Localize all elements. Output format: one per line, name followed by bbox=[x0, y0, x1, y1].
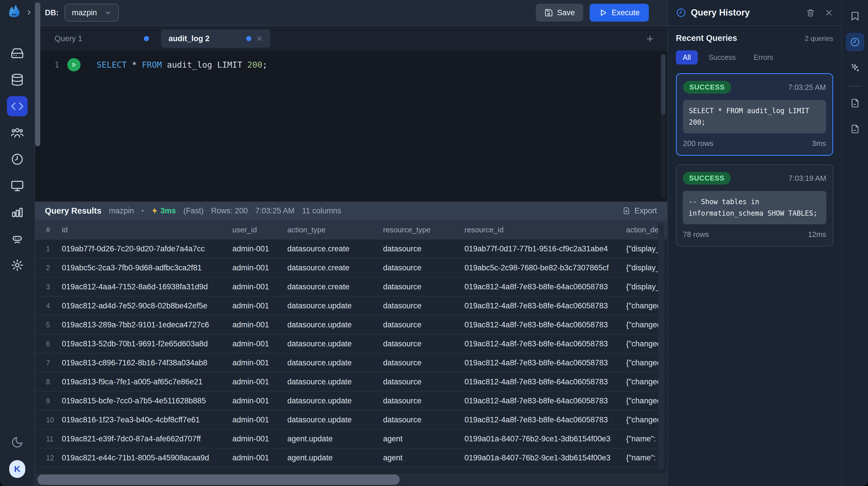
cell-id: 019ac813-c896-7162-8b16-74f38a034ab8 bbox=[62, 359, 232, 367]
rail-item-bookmark[interactable] bbox=[846, 7, 864, 25]
bot-icon bbox=[11, 232, 24, 245]
table-row[interactable]: 1019ab77f-0d26-7c20-9d20-7afde7a4a7ccadm… bbox=[34, 239, 667, 259]
column-header[interactable]: id bbox=[62, 225, 232, 234]
query-history-panel: Query History Recent Queries 2 queries A… bbox=[667, 0, 841, 486]
sidebar-item-clock[interactable] bbox=[7, 149, 28, 169]
sidebar-item-database[interactable] bbox=[7, 70, 28, 90]
table-row[interactable]: 2019abc5c-2ca3-7fb0-9d68-adfbc3ca2f81adm… bbox=[34, 259, 667, 278]
sql-token-identifier: audit_log bbox=[167, 60, 217, 70]
sql-token-plain: ; bbox=[262, 60, 267, 70]
table-row[interactable]: 12019ac821-e44c-71b1-8005-a45908acaa9dad… bbox=[34, 449, 667, 467]
avatar[interactable]: K bbox=[9, 460, 25, 478]
run-line-button[interactable] bbox=[67, 58, 81, 72]
history-card[interactable]: SUCCESS7:03:19 AM-- Show tables in infor… bbox=[676, 164, 833, 247]
sidebar-expand-icon[interactable] bbox=[25, 9, 33, 16]
column-header[interactable]: # bbox=[46, 225, 62, 234]
history-cards: SUCCESS7:03:25 AMSELECT * FROM audit_log… bbox=[676, 73, 833, 247]
filter-success[interactable]: Success bbox=[702, 50, 743, 64]
query-time: 7:03:19 AM bbox=[788, 174, 826, 183]
table-row[interactable]: 5019ac813-289a-7bb2-9101-1edeca4727c6adm… bbox=[34, 316, 667, 335]
cell-resource-id: 019ac812-4a8f-7e83-b8fe-64ac06058783 bbox=[464, 416, 626, 424]
sidebar-item-settings[interactable] bbox=[7, 255, 28, 275]
cell-resource-id: 019ac812-4a8f-7e83-b8fe-64ac06058783 bbox=[464, 339, 626, 348]
lightning-icon bbox=[151, 207, 158, 215]
scrollbar-thumb[interactable] bbox=[37, 475, 400, 485]
column-header[interactable]: resource_id bbox=[464, 225, 626, 234]
editor-scrollbar[interactable] bbox=[661, 54, 665, 198]
execute-button[interactable]: Execute bbox=[590, 4, 649, 22]
cell-user-id: admin-001 bbox=[232, 416, 287, 424]
history-card[interactable]: SUCCESS7:03:25 AMSELECT * FROM audit_log… bbox=[676, 73, 833, 156]
filter-all[interactable]: All bbox=[676, 50, 698, 64]
sql-editor[interactable]: 1 SELECT * FROM audit_log LIMIT 200; bbox=[34, 52, 667, 202]
column-header[interactable]: action_type bbox=[287, 225, 383, 234]
sidebar-item-hard-drive[interactable] bbox=[7, 43, 28, 63]
tab-audit-log-2[interactable]: audit_log 2 bbox=[161, 29, 270, 48]
table-row[interactable]: 13019ac821-e4b7-7041-bc05-926d2b0b3815ad… bbox=[34, 467, 667, 473]
history-filters: AllSuccessErrors bbox=[676, 50, 833, 64]
cell-resource-type: datasource bbox=[383, 302, 464, 310]
queries-count: 2 queries bbox=[805, 34, 833, 42]
export-button[interactable]: Export bbox=[622, 206, 657, 216]
code-icon bbox=[11, 99, 24, 113]
table-row[interactable]: 10019ac816-1f23-7ea3-b40c-4cbf8cff7e61ad… bbox=[34, 410, 667, 430]
sql-token-number: 200 bbox=[247, 60, 262, 70]
rail-item-clock[interactable] bbox=[846, 33, 864, 51]
table-row[interactable]: 7019ac813-c896-7162-8b16-74f38a034ab8adm… bbox=[34, 353, 667, 373]
scrollbar-thumb[interactable] bbox=[661, 54, 665, 115]
row-number: 8 bbox=[46, 378, 62, 386]
save-button[interactable]: Save bbox=[536, 4, 584, 22]
file-download-icon bbox=[622, 207, 630, 215]
unsaved-dot bbox=[246, 36, 251, 41]
rail-item-file-text[interactable] bbox=[846, 94, 864, 112]
hard-drive-icon bbox=[11, 47, 24, 60]
rail-item-file-text[interactable] bbox=[846, 120, 864, 138]
sidebar-item-users[interactable] bbox=[7, 123, 28, 143]
sql-token-plain: * bbox=[132, 60, 142, 70]
scrollbar-thumb[interactable] bbox=[35, 2, 40, 146]
cell-id: 019ac812-ad4d-7e52-90c8-02b8be42ef5e bbox=[62, 302, 232, 310]
moon-icon[interactable] bbox=[11, 436, 24, 449]
sidebar-nav bbox=[0, 43, 34, 275]
cell-action-type: agent.update bbox=[287, 434, 383, 444]
add-tab-button[interactable] bbox=[644, 33, 656, 45]
sidebar-bottom: K bbox=[0, 436, 34, 478]
trash-icon[interactable] bbox=[806, 8, 815, 17]
sql-token-identifier: LIMIT bbox=[217, 60, 247, 70]
results-vertical-scrollbar[interactable] bbox=[658, 222, 664, 470]
table-row[interactable]: 3019ac812-4aa4-7152-8a6d-16938fa31d9dadm… bbox=[34, 278, 667, 296]
monitor-icon bbox=[11, 179, 24, 192]
rail-item-sparkles[interactable] bbox=[846, 59, 864, 77]
table-row[interactable]: 6019ac813-52db-70b1-9691-f2e65d603a8dadm… bbox=[34, 335, 667, 353]
results-horizontal-scrollbar[interactable] bbox=[34, 473, 667, 486]
table-row[interactable]: 4019ac812-ad4d-7e52-90c8-02b8be42ef5eadm… bbox=[34, 296, 667, 316]
cell-resource-type: datasource bbox=[383, 282, 464, 291]
sidebar-item-monitor[interactable] bbox=[7, 176, 28, 196]
sidebar-item-bot[interactable] bbox=[7, 229, 28, 249]
results-db: mazpin bbox=[109, 206, 134, 216]
tabs-bar: Query 1 audit_log 2 bbox=[34, 26, 667, 52]
table-row[interactable]: 11019ac821-e39f-7dc0-87a4-afe662d707ffad… bbox=[34, 430, 667, 449]
sidebar-item-code[interactable] bbox=[7, 96, 28, 116]
column-header[interactable]: user_id bbox=[232, 225, 287, 234]
card-top: SUCCESS7:03:25 AM bbox=[683, 81, 826, 93]
cell-resource-type: agent bbox=[383, 434, 464, 444]
close-icon[interactable] bbox=[256, 35, 263, 42]
db-select[interactable]: mazpin bbox=[64, 4, 119, 22]
main-area: DB: mazpin Save Execute Query 1 bbox=[34, 0, 667, 486]
column-header[interactable]: resource_type bbox=[383, 225, 464, 234]
executed-time: 7:03:25 AM bbox=[255, 206, 295, 216]
cell-user-id: admin-001 bbox=[232, 359, 287, 367]
history-header: Query History bbox=[668, 0, 841, 26]
tab-query-1[interactable]: Query 1 bbox=[47, 29, 156, 48]
table-row[interactable]: 8019ac813-f9ca-7fe1-a005-af65c7e86e21adm… bbox=[34, 373, 667, 392]
results-bar: Query Results mazpin • 3ms (Fast) Rows: … bbox=[34, 202, 667, 220]
right-rail bbox=[841, 0, 868, 486]
filter-errors[interactable]: Errors bbox=[747, 50, 780, 64]
cell-action-type: datasource.create bbox=[287, 282, 383, 291]
sidebar-item-bar-chart[interactable] bbox=[7, 202, 28, 222]
close-icon[interactable] bbox=[825, 8, 833, 17]
history-body: Recent Queries 2 queries AllSuccessError… bbox=[668, 26, 841, 254]
table-row[interactable]: 9019ac815-bcfe-7cc0-a7b5-4e511628b885adm… bbox=[34, 392, 667, 410]
status-badge: SUCCESS bbox=[683, 81, 731, 93]
